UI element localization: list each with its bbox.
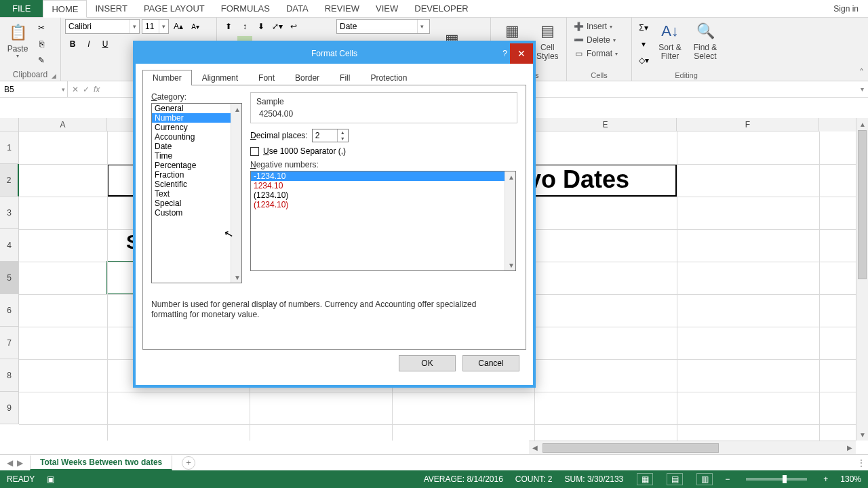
dialog-tab-number[interactable]: Number <box>142 70 192 85</box>
category-option[interactable]: Special <box>152 199 241 208</box>
dialog-tab-fill[interactable]: Fill <box>330 70 360 85</box>
select-all-corner[interactable] <box>0 118 19 131</box>
row-header[interactable]: 7 <box>0 327 19 359</box>
clear-button[interactable]: ◇▾ <box>636 53 651 68</box>
row-header[interactable]: 4 <box>0 229 19 262</box>
category-option[interactable]: Fraction <box>152 170 241 180</box>
page-break-view-button[interactable]: ▥ <box>696 473 713 485</box>
page-layout-view-button[interactable]: ▤ <box>667 473 683 485</box>
scroll-down-icon[interactable]: ▼ <box>856 428 868 441</box>
listbox-scrollbar[interactable]: ▲ ▼ <box>505 171 515 270</box>
spinner-down-icon[interactable]: ▼ <box>338 136 348 142</box>
number-format-combo[interactable]: ▾ <box>336 19 430 34</box>
font-size-combo[interactable]: ▾ <box>142 19 169 34</box>
format-cells-button[interactable]: ▭Format▾ <box>571 47 620 60</box>
sort-filter-button[interactable]: A↓Sort & Filter <box>654 19 686 62</box>
autosum-button[interactable]: Σ▾ <box>636 20 651 35</box>
sheet-tab[interactable]: Total Weeks Between two dates <box>30 455 172 470</box>
find-select-button[interactable]: 🔍Find & Select <box>689 19 722 62</box>
paste-button[interactable]: 📋 Paste ▾ <box>4 19 31 62</box>
fill-button[interactable]: ▾ <box>636 37 651 52</box>
chevron-down-icon[interactable]: ▾ <box>62 86 65 93</box>
category-listbox[interactable]: GeneralNumberCurrencyAccountingDateTimeP… <box>151 103 242 283</box>
collapse-ribbon-button[interactable]: ˄ <box>859 67 864 78</box>
tab-developer[interactable]: DEVELOPER <box>406 0 476 17</box>
vertical-scrollbar[interactable]: ▲ ▼ <box>856 118 868 441</box>
tab-insert[interactable]: INSERT <box>87 0 135 17</box>
scroll-up-icon[interactable]: ▲ <box>231 104 242 115</box>
bold-button[interactable]: B <box>65 37 80 52</box>
category-option[interactable]: Time <box>152 151 241 161</box>
row-header[interactable]: 8 <box>0 359 19 392</box>
fx-icon[interactable]: fx <box>94 85 100 94</box>
row-header[interactable]: 3 <box>0 197 19 229</box>
tab-data[interactable]: DATA <box>278 0 317 17</box>
align-middle-button[interactable]: ↕ <box>237 19 252 34</box>
chevron-down-icon[interactable]: ▾ <box>417 20 427 33</box>
number-format-input[interactable] <box>337 20 417 33</box>
negative-format-option[interactable]: -1234.10 <box>251 171 515 181</box>
category-option[interactable]: Scientific <box>152 180 241 189</box>
dialog-tab-protection[interactable]: Protection <box>360 70 417 85</box>
thousand-separator-checkbox[interactable] <box>250 147 259 156</box>
font-name-combo[interactable]: ▾ <box>65 19 140 34</box>
category-option[interactable]: Custom <box>152 208 241 218</box>
category-option[interactable]: Percentage <box>152 161 241 170</box>
chevron-down-icon[interactable]: ▾ <box>159 20 168 33</box>
increase-font-button[interactable]: A▴ <box>171 19 186 34</box>
cancel-button[interactable]: Cancel <box>462 355 519 371</box>
file-tab[interactable]: FILE <box>0 0 43 17</box>
chevron-down-icon[interactable]: ▾ <box>130 20 139 33</box>
cut-button[interactable]: ✂ <box>34 20 49 35</box>
tab-review[interactable]: REVIEW <box>317 0 368 17</box>
category-option[interactable]: Number <box>152 113 241 123</box>
category-option[interactable]: Currency <box>152 123 241 132</box>
tab-view[interactable]: VIEW <box>368 0 406 17</box>
sign-in-link[interactable]: Sign in <box>824 0 868 17</box>
close-button[interactable]: ✕ <box>510 43 533 64</box>
normal-view-button[interactable]: ▦ <box>637 473 653 485</box>
row-header[interactable]: 1 <box>0 131 19 164</box>
negative-format-option[interactable]: 1234.10 <box>251 181 515 190</box>
wrap-text-button[interactable]: ↩ <box>286 19 301 34</box>
copy-button[interactable]: ⎘ <box>34 37 49 52</box>
underline-button[interactable]: U <box>98 37 113 52</box>
col-header[interactable]: A <box>19 118 107 131</box>
scroll-up-icon[interactable]: ▲ <box>505 171 516 182</box>
zoom-slider[interactable] <box>746 478 807 481</box>
row-header[interactable]: 9 <box>0 392 19 424</box>
category-option[interactable]: General <box>152 104 241 113</box>
scroll-left-icon[interactable]: ◀ <box>529 442 541 454</box>
zoom-in-button[interactable]: + <box>823 474 828 484</box>
help-button[interactable]: ? <box>502 49 507 58</box>
insert-cells-button[interactable]: ➕Insert▾ <box>571 20 620 33</box>
decimal-places-spinner[interactable]: ▲▼ <box>312 129 349 142</box>
decimal-places-input[interactable] <box>313 129 337 142</box>
tab-page-layout[interactable]: PAGE LAYOUT <box>136 0 213 17</box>
row-header[interactable]: 5 <box>0 262 19 294</box>
macro-record-icon[interactable]: ▣ <box>47 474 54 484</box>
decrease-font-button[interactable]: A▾ <box>188 19 203 34</box>
scroll-down-icon[interactable]: ▼ <box>505 260 516 270</box>
format-painter-button[interactable]: ✎ <box>34 53 49 68</box>
ok-button[interactable]: OK <box>399 355 456 371</box>
orientation-button[interactable]: ⤢▾ <box>270 19 285 34</box>
zoom-level[interactable]: 130% <box>840 474 861 484</box>
category-option[interactable]: Accounting <box>152 132 241 142</box>
tab-formulas[interactable]: FORMULAS <box>213 0 278 17</box>
zoom-knob[interactable] <box>783 475 787 483</box>
tab-home[interactable]: HOME <box>43 0 87 18</box>
add-sheet-button[interactable]: ＋ <box>182 456 195 470</box>
dialog-title-bar[interactable]: Format Cells ? ✕ <box>136 43 533 64</box>
font-name-input[interactable] <box>66 20 130 33</box>
align-bottom-button[interactable]: ⬇ <box>254 19 269 34</box>
zoom-out-button[interactable]: − <box>725 474 730 484</box>
col-header[interactable]: E <box>534 118 677 131</box>
font-size-input[interactable] <box>142 20 159 33</box>
category-option[interactable]: Text <box>152 189 241 199</box>
scroll-right-icon[interactable]: ▶ <box>844 442 856 454</box>
tab-scroll-icon[interactable]: ⋮ <box>854 458 868 468</box>
sheet-nav-next-icon[interactable]: ▶ <box>17 458 23 468</box>
negative-format-option[interactable]: (1234.10) <box>251 200 515 209</box>
sheet-nav-prev-icon[interactable]: ◀ <box>7 458 13 468</box>
